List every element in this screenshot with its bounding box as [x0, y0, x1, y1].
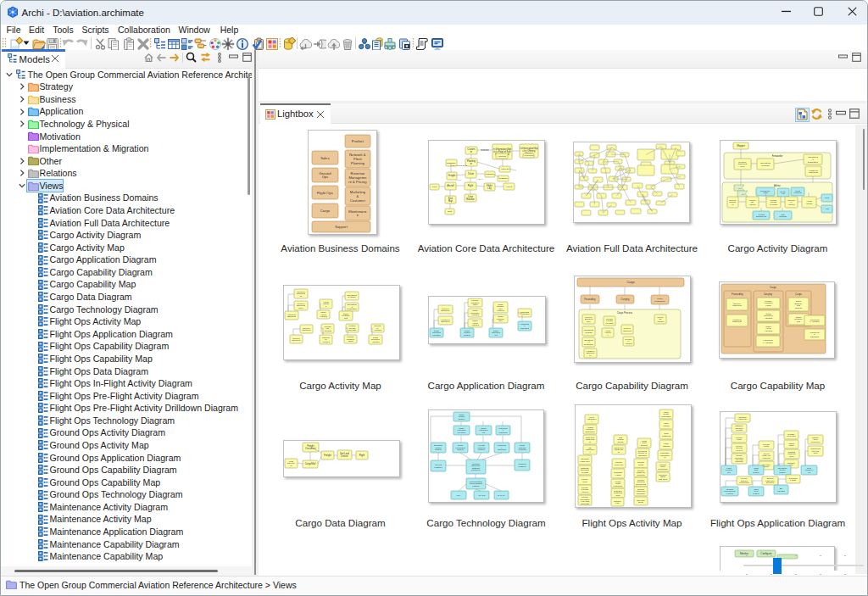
svg-text:Communica: Communica	[739, 482, 749, 483]
svg-text:Refinemen: Refinemen	[585, 431, 595, 432]
svg-text:WFD: WFD	[825, 197, 830, 199]
svg-text:Activities: Activities	[320, 315, 328, 317]
svg-text:Freight: Freight	[324, 454, 331, 457]
svg-text:System: System	[457, 448, 464, 450]
svg-text:Aircraft: Aircraft	[447, 184, 453, 187]
svg-text:Customer: Customer	[350, 198, 366, 203]
svg-text:Network: Network	[486, 173, 494, 175]
svg-text:services: services	[481, 148, 489, 152]
svg-text:Product: Product	[795, 307, 803, 309]
svg-text:at Origin: at Origin	[585, 331, 593, 333]
svg-text:Cargo: Cargo	[770, 286, 776, 289]
svg-text:Shipper: Shipper	[737, 144, 745, 148]
svg-text:Airport: Airport	[506, 186, 513, 188]
svg-text:Freight: Freight	[448, 174, 455, 177]
svg-text:al Flight: al Flight	[581, 471, 588, 473]
svg-text:Activities: Activities	[471, 314, 480, 315]
svg-text:Shipment: Shipment	[623, 330, 632, 331]
svg-text:Defection: Defection	[766, 482, 775, 483]
svg-text:Fleet Plan: Fleet Plan	[615, 464, 624, 465]
svg-text:Support: Support	[335, 225, 348, 229]
svg-text:Cargo Process: Cargo Process	[617, 311, 633, 315]
svg-text:Activities: Activities	[657, 320, 665, 322]
svg-text:for Flight: for Flight	[606, 322, 614, 324]
svg-text:Communica: Communica	[636, 483, 647, 485]
svg-text:n System: n System	[726, 493, 734, 494]
svg-text:MA: MA	[742, 193, 745, 196]
svg-text:Incidents: Incidents	[637, 474, 645, 476]
svg-text:al Flight: al Flight	[736, 429, 743, 431]
svg-text:Forwarding: Forwarding	[585, 298, 597, 301]
svg-text:Customs: Customs	[499, 177, 509, 180]
svg-text:Managem: Managem	[520, 327, 529, 329]
svg-text:Device: Device	[342, 454, 348, 458]
svg-text:at Origin: at Origin	[348, 296, 356, 298]
svg-text:g System: g System	[458, 432, 466, 433]
svg-text:MA: MA	[738, 187, 742, 190]
svg-text:And Fuel: And Fuel	[581, 491, 589, 493]
svg-text:from: from	[299, 307, 303, 309]
svg-text:Accounts: Accounts	[498, 155, 507, 158]
svg-text:Briefing: Briefing	[641, 444, 648, 446]
svg-text:Crew: Crew	[737, 438, 742, 440]
svg-text:Platform: Platform	[435, 466, 442, 469]
svg-text:Operation: Operation	[638, 454, 648, 456]
svg-text:Resources: Resources	[659, 468, 669, 470]
svg-text:System: System	[779, 471, 785, 473]
svg-text:from: from	[741, 165, 745, 168]
svg-text:Flight: Flight	[348, 340, 353, 342]
svg-text:Period: Period	[618, 441, 624, 443]
svg-text:e Slots: e Slots	[790, 479, 797, 481]
svg-text:Incidents: Incidents	[763, 457, 771, 459]
svg-text:Cargo: Cargo	[320, 209, 331, 213]
svg-text:System: System	[753, 471, 759, 473]
svg-text:at Origin: at Origin	[761, 164, 770, 167]
svg-text:Air/Ground: Air/Ground	[524, 154, 534, 157]
svg-text:and: and	[344, 317, 348, 320]
svg-text:Flight: Flight	[789, 444, 794, 446]
svg-text:Tool: Tool	[727, 471, 732, 473]
svg-text:Activities: Activities	[324, 330, 332, 332]
svg-text:Flight: Flight	[764, 445, 769, 447]
svg-text:Rotation: Rotation	[466, 198, 475, 201]
svg-text:Flight: Flight	[468, 184, 474, 187]
svg-text:Cargo: Cargo	[795, 292, 802, 296]
svg-text:Shipment: Shipment	[809, 171, 818, 174]
svg-text:Flight: Flight	[359, 454, 365, 457]
svg-text:e Activities: e Activities	[763, 342, 773, 344]
svg-text:Platform: Platform	[519, 465, 526, 468]
svg-text:e Slots: e Slots	[615, 474, 621, 476]
svg-text:er: er	[470, 162, 472, 165]
svg-text:Platform w: Platform w	[471, 469, 481, 471]
svg-text:er: er	[470, 150, 472, 153]
svg-text:Planning: Planning	[351, 161, 365, 165]
svg-text:Flight Plan: Flight Plan	[581, 460, 591, 462]
svg-text:E-MAIL: E-MAIL	[498, 494, 505, 497]
svg-text:Irregularity: Irregularity	[614, 485, 624, 487]
svg-text:Shipment: Shipment	[292, 339, 300, 342]
svg-text:and: and	[797, 320, 801, 323]
svg-text:Ticket: Ticket	[468, 172, 474, 175]
svg-text:Airline: Airline	[774, 184, 781, 187]
svg-text:from: from	[587, 320, 591, 322]
svg-text:System: System	[459, 418, 465, 420]
svg-text:Managem: Managem	[498, 432, 507, 433]
svg-text:Flight: Flight	[638, 464, 643, 465]
svg-text:Activities: Activities	[471, 324, 480, 326]
svg-text:AFD: AFD	[825, 208, 829, 210]
svg-text:Interval: Interval	[501, 168, 509, 170]
svg-text:Fleet: Fleet	[432, 186, 437, 188]
svg-text:ent: ent	[494, 334, 498, 336]
svg-text:Defection: Defection	[637, 493, 645, 494]
svg-text:Forwarding: Forwarding	[732, 292, 743, 296]
svg-text:Destination: Destination	[347, 308, 357, 309]
svg-text:Managem: Managem	[498, 448, 506, 450]
svg-text:Shipment: Shipment	[732, 320, 742, 323]
svg-text:System: System	[464, 334, 470, 336]
svg-text:Activities: Activities	[322, 341, 331, 343]
svg-text:Publication: Publication	[661, 415, 671, 417]
svg-text:Seat: Seat	[448, 210, 452, 213]
svg-text:Crew: Crew	[615, 494, 620, 496]
svg-text:Activitie: Activitie	[805, 203, 813, 205]
svg-text:Sheet: Sheet	[638, 501, 643, 503]
